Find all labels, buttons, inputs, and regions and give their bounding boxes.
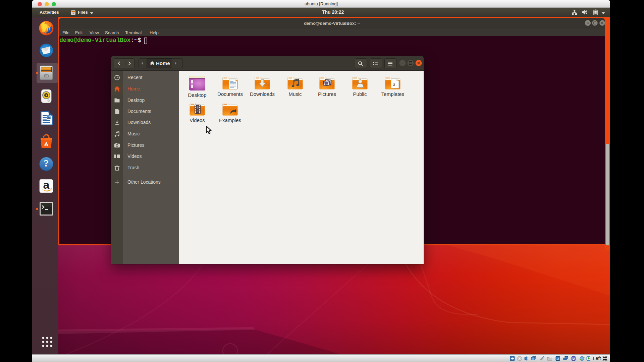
svg-text:a: a — [43, 178, 50, 191]
svg-text:U: U — [573, 357, 575, 360]
svg-text:?: ? — [44, 158, 49, 169]
svg-text:a: a — [393, 82, 395, 87]
